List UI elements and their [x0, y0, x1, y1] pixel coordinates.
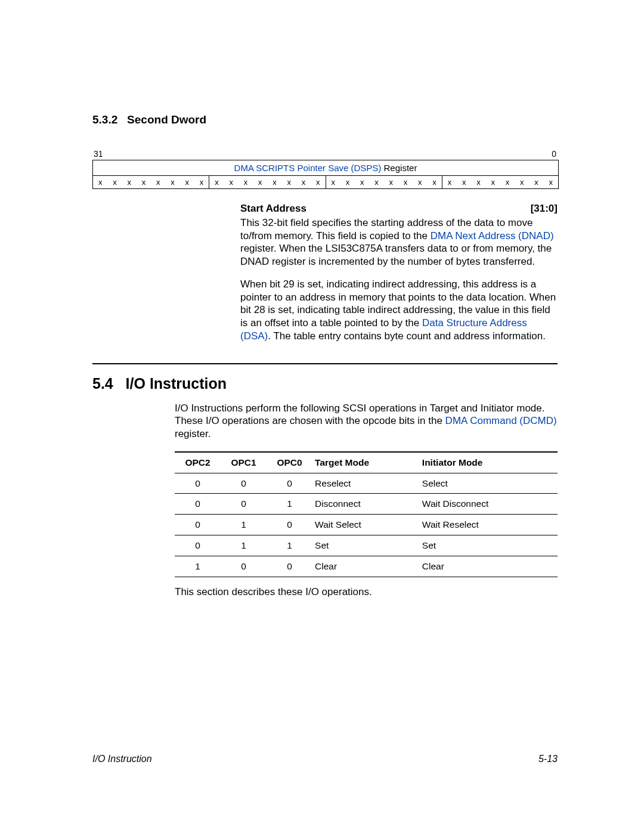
register-suffix: Register	[381, 163, 417, 173]
table-cell: Set	[420, 535, 558, 556]
bit-cell: x	[471, 176, 485, 188]
bit-cell: x	[413, 176, 427, 188]
bits-group: xxxxxxxx	[93, 176, 209, 188]
bit-cell: x	[355, 176, 369, 188]
bit-cell: x	[107, 176, 122, 188]
bits-group: xxxxxxxx	[442, 176, 558, 188]
table-header: OPC1	[221, 452, 267, 473]
table-header: OPC0	[267, 452, 312, 473]
footer-left: I/O Instruction	[92, 754, 152, 764]
table-header-row: OPC2OPC1OPC0Target ModeInitiator Mode	[175, 452, 558, 473]
table-cell: 0	[175, 494, 221, 515]
table-cell: 1	[175, 556, 221, 577]
table-header: Initiator Mode	[420, 452, 558, 473]
intro-paragraph: I/O Instructions perform the following S…	[175, 402, 558, 441]
table-row: 000ReselectSelect	[175, 473, 558, 494]
footer-right: 5-13	[538, 754, 558, 764]
subsection-title: Second Dword	[127, 113, 206, 126]
table-cell: 0	[175, 515, 221, 535]
table-cell: 1	[267, 494, 312, 515]
table-cell: Reselect	[312, 473, 420, 494]
field-name: Start Address	[240, 202, 306, 215]
bit-cell: x	[515, 176, 529, 188]
bit-cell: x	[340, 176, 355, 188]
bit-lo: 0	[552, 149, 556, 159]
bit-cell: x	[209, 176, 224, 188]
bit-cell: x	[500, 176, 515, 188]
field-paragraph-2: When bit 29 is set, indicating indirect …	[240, 278, 558, 343]
table-cell: 1	[267, 535, 312, 556]
bit-cell: x	[122, 176, 137, 188]
bit-cell: x	[457, 176, 471, 188]
bit-cell: x	[384, 176, 398, 188]
register-link[interactable]: DMA SCRIPTS Pointer Save (DSPS)	[234, 163, 382, 173]
table-cell: 0	[175, 473, 221, 494]
field-paragraph-1: This 32-bit field specifies the starting…	[240, 216, 558, 268]
bit-cell: x	[544, 176, 558, 188]
bit-cell: x	[267, 176, 281, 188]
bit-cell: x	[442, 176, 457, 188]
table-cell: Set	[312, 535, 420, 556]
bit-cell: x	[224, 176, 239, 188]
register-diagram: DMA SCRIPTS Pointer Save (DSPS) Register…	[92, 160, 559, 189]
field-header: Start Address [31:0]	[240, 202, 558, 215]
table-cell: 0	[267, 556, 312, 577]
table-cell: 1	[221, 515, 267, 535]
bit-cell: x	[296, 176, 311, 188]
section-title: I/O Instruction	[126, 375, 227, 392]
bits-row: xxxxxxxxxxxxxxxxxxxxxxxxxxxxxxxx	[93, 175, 558, 188]
bit-cell: x	[165, 176, 179, 188]
outro-paragraph: This section describes these I/O operati…	[175, 586, 558, 599]
register-title-row: DMA SCRIPTS Pointer Save (DSPS) Register	[93, 160, 558, 175]
section-heading: 5.4 I/O Instruction	[92, 375, 558, 392]
dcmd-link[interactable]: DMA Command (DCMD)	[445, 415, 557, 426]
bit-cell: x	[326, 176, 340, 188]
table-row: 010Wait SelectWait Reselect	[175, 515, 558, 535]
bits-group: xxxxxxxx	[209, 176, 325, 188]
bit-cell: x	[369, 176, 383, 188]
bit-cell: x	[93, 176, 107, 188]
table-header: Target Mode	[312, 452, 420, 473]
bit-cell: x	[398, 176, 413, 188]
table-cell: 0	[221, 494, 267, 515]
table-row: 100ClearClear	[175, 556, 558, 577]
table-cell: 0	[267, 473, 312, 494]
subsection-number: 5.3.2	[92, 113, 117, 126]
bit-cell: x	[529, 176, 543, 188]
page-footer: I/O Instruction 5-13	[92, 754, 558, 764]
table-cell: Clear	[312, 556, 420, 577]
table-row: 011SetSet	[175, 535, 558, 556]
table-cell: 0	[267, 515, 312, 535]
table-cell: Wait Reselect	[420, 515, 558, 535]
bits-group: xxxxxxxx	[326, 176, 442, 188]
table-row: 001DisconnectWait Disconnect	[175, 494, 558, 515]
table-cell: Disconnect	[312, 494, 420, 515]
bit-cell: x	[253, 176, 267, 188]
table-cell: 0	[221, 473, 267, 494]
field-bitrange: [31:0]	[531, 202, 558, 215]
table-header: OPC2	[175, 452, 221, 473]
bit-cell: x	[151, 176, 165, 188]
bit-cell: x	[282, 176, 296, 188]
bit-cell: x	[427, 176, 441, 188]
bit-cell: x	[486, 176, 500, 188]
bit-cell: x	[239, 176, 253, 188]
dnad-link[interactable]: DMA Next Address (DNAD)	[431, 230, 554, 241]
bit-cell: x	[194, 176, 209, 188]
page: 5.3.2 Second Dword 31 0 DMA SCRIPTS Poin…	[0, 0, 644, 833]
table-cell: 0	[175, 535, 221, 556]
section-number: 5.4	[92, 375, 113, 392]
section-body: I/O Instructions perform the following S…	[175, 402, 558, 599]
subsection-heading: 5.3.2 Second Dword	[92, 113, 558, 126]
field-description: Start Address [31:0] This 32-bit field s…	[240, 202, 558, 343]
table-cell: Wait Disconnect	[420, 494, 558, 515]
table-cell: Select	[420, 473, 558, 494]
bit-range-labels: 31 0	[92, 149, 558, 159]
table-cell: Clear	[420, 556, 558, 577]
table-cell: Wait Select	[312, 515, 420, 535]
section-rule	[92, 363, 558, 364]
table-cell: 1	[221, 535, 267, 556]
bit-hi: 31	[94, 149, 103, 159]
opcode-table: OPC2OPC1OPC0Target ModeInitiator Mode 00…	[175, 451, 558, 577]
table-cell: 0	[221, 556, 267, 577]
